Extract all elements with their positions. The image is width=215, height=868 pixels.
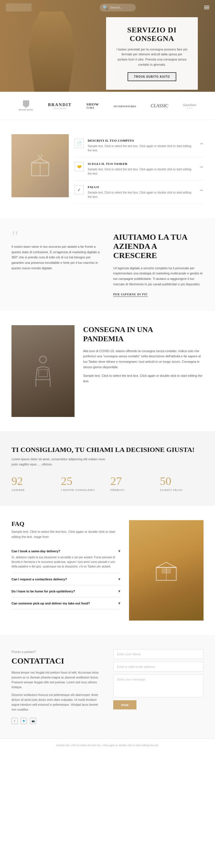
brands-section: RESORT HOTEL BRANDIT FOOLOSOPHY SHOWTIME… bbox=[0, 92, 215, 120]
search-icon: 🔍 bbox=[103, 5, 109, 10]
stats-grid: 92 AZIENDE 25 I NOSTRI CONSULENTI 27 PRE… bbox=[11, 475, 204, 492]
stat-aziende-label: AZIENDE bbox=[11, 489, 55, 492]
contact-right: Invia bbox=[113, 649, 204, 724]
step-2-title: SCEGLI IL TUO TASKER bbox=[88, 162, 195, 165]
hero-title: SERVIZIO DI CONSEGNA bbox=[116, 26, 188, 43]
twitter-icon[interactable]: 🐦 bbox=[21, 718, 27, 724]
faq-answer-1: Sì, abbiamo capito la tua situazione si … bbox=[11, 555, 120, 569]
stats-title: TI CONSIGLIAMO, TU CHIAMI LA DECISIONE G… bbox=[11, 445, 204, 454]
brand-brandit: BRANDIT FOOLOSOPHY bbox=[48, 102, 72, 110]
faq-intro: Sample text. Click to select the text bo… bbox=[11, 529, 120, 539]
contact-para2: Dictumst vestibulum rhoncus est pellente… bbox=[11, 692, 102, 712]
stats-section: TI CONSIGLIAMO, TU CHIAMI LA DECISIONE G… bbox=[0, 431, 215, 506]
faq-question-4-text: Can someone pick-up and deliver my take-… bbox=[11, 601, 90, 605]
contact-left: Pronto a parlare? CONTATTACI Massa tempo… bbox=[11, 649, 102, 724]
menu-button[interactable] bbox=[204, 6, 209, 9]
brand-sunshine: Sunshine ✦ ✦ ✦ bbox=[183, 102, 196, 110]
contact-pre-label: Pronto a parlare? bbox=[11, 649, 102, 655]
faq-chevron-1: ∨ bbox=[118, 549, 120, 553]
svg-rect-13 bbox=[162, 569, 171, 573]
svg-marker-1 bbox=[32, 159, 49, 163]
step-3-icon: ✓ bbox=[74, 185, 84, 194]
box-delivery-icon bbox=[152, 559, 181, 582]
how-step-2: 🤝 SCEGLI IL TUO TASKER Sample text. Clic… bbox=[74, 157, 204, 181]
step-1-desc: Sample text. Click to select the text bo… bbox=[88, 144, 195, 153]
step-1-title: DESCRIVI IL TUO COMPITO bbox=[88, 139, 195, 142]
search-input[interactable] bbox=[110, 6, 133, 9]
faq-question-4[interactable]: Can someone pick-up and deliver my take-… bbox=[11, 601, 120, 605]
step-2-content: SCEGLI IL TUO TASKER Sample text. Click … bbox=[88, 162, 195, 176]
contact-submit-button[interactable]: Invia bbox=[113, 700, 136, 709]
stat-aziende-number: 92 bbox=[11, 475, 55, 487]
pandemic-image bbox=[11, 325, 74, 417]
box-icon bbox=[29, 154, 52, 177]
brand-classic: CLASSIC bbox=[151, 103, 168, 108]
faq-question-2[interactable]: Can I request a contactless delivery? ∨ bbox=[11, 577, 120, 581]
pandemic-section: CONSEGNA IN UNA PANDEMIA Alla luce di CO… bbox=[0, 311, 215, 431]
brand-outadventures: OUTADVENTURES bbox=[114, 103, 136, 108]
stats-header: TI CONSIGLIAMO, TU CHIAMI LA DECISIONE G… bbox=[11, 445, 204, 467]
faq-chevron-4: ∨ bbox=[118, 601, 120, 605]
stat-clienti-number: 50 bbox=[160, 475, 204, 487]
brand-sunshine-label: Sunshine bbox=[183, 103, 196, 107]
delivery-person-icon bbox=[32, 354, 55, 388]
grow-left: " Il nostro team viene in tuo soccorso p… bbox=[11, 232, 102, 271]
contact-para1: Massa tempor nec feugiat nisl pretium fu… bbox=[11, 670, 102, 690]
faq-chevron-2: ∨ bbox=[118, 577, 120, 581]
stats-description: Lorem ipsum dolor sit amet, consectetur … bbox=[11, 457, 112, 467]
stat-consulenti-label: I NOSTRI CONSULENTI bbox=[61, 489, 105, 492]
svg-rect-7 bbox=[39, 370, 47, 377]
hero-description: I tasker prenotati per la consegna posso… bbox=[116, 47, 188, 67]
instagram-icon[interactable]: 📷 bbox=[30, 718, 36, 724]
brand-showtime: SHOWTIME bbox=[86, 102, 99, 109]
step-3-desc: Sample text. Click to select the text bo… bbox=[88, 190, 195, 199]
step-2-arrow: → bbox=[199, 164, 204, 169]
stat-clienti-label: CLIENTI FELICI bbox=[160, 489, 204, 492]
stat-consulenti-number: 25 bbox=[61, 475, 105, 487]
brand-sunshine-sub: ✦ ✦ ✦ bbox=[183, 107, 196, 110]
how-section: 📄 DESCRIVI IL TUO COMPITO Sample text. C… bbox=[0, 120, 215, 218]
stat-premiati-number: 27 bbox=[111, 475, 154, 487]
hero-search-box[interactable]: 🔍 bbox=[100, 4, 136, 11]
hero-cta-button[interactable]: TROVA SUBITO AIUTO bbox=[128, 72, 176, 81]
svg-point-4 bbox=[38, 154, 42, 157]
faq-question-1[interactable]: Can I book a same-day delivery? ∨ bbox=[11, 549, 120, 553]
faq-question-3[interactable]: Do I have to be home for pick-up/deliver… bbox=[11, 589, 120, 593]
stat-consulenti: 25 I NOSTRI CONSULENTI bbox=[61, 475, 105, 492]
faq-left: FAQ Sample text. Click to select the tex… bbox=[11, 520, 120, 609]
pandemic-title: CONSEGNA IN UNA PANDEMIA bbox=[83, 325, 204, 343]
stat-aziende: 92 AZIENDE bbox=[11, 475, 55, 492]
step-1-content: DESCRIVI IL TUO COMPITO Sample text. Cli… bbox=[88, 139, 195, 153]
facebook-icon[interactable]: f bbox=[11, 718, 18, 724]
contact-message-input[interactable] bbox=[113, 675, 204, 698]
contact-socials: f 🐦 📷 bbox=[11, 718, 102, 724]
contact-email-input[interactable] bbox=[113, 662, 204, 672]
step-1-icon: 📄 bbox=[74, 139, 84, 148]
hero-section: 🔍 SERVIZIO DI CONSEGNA I tasker prenotat… bbox=[0, 0, 215, 92]
how-steps: 📄 DESCRIVI IL TUO COMPITO Sample text. C… bbox=[74, 134, 204, 204]
how-image-placeholder bbox=[11, 134, 69, 197]
brand-showtime-label: SHOWTIME bbox=[86, 102, 99, 109]
grow-right: AIUTIAMO LA TUA AZIENDA A CRESCERE Un'ag… bbox=[113, 232, 204, 297]
faq-image bbox=[129, 520, 204, 621]
pandemic-content: CONSEGNA IN UNA PANDEMIA Alla luce di CO… bbox=[83, 325, 204, 388]
how-step-3: ✓ FALLO Sample text. Click to select the… bbox=[74, 181, 204, 204]
contact-name-input[interactable] bbox=[113, 649, 204, 659]
faq-title: FAQ bbox=[11, 520, 120, 528]
how-image bbox=[11, 134, 69, 197]
contact-form: Invia bbox=[113, 649, 204, 709]
faq-item-1: Can I book a same-day delivery? ∨ Sì, ab… bbox=[11, 545, 120, 573]
resort-shield-icon bbox=[23, 100, 29, 108]
grow-left-text: Il nostro team viene in tuo soccorso per… bbox=[11, 244, 102, 271]
stat-clienti: 50 CLIENTI FELICI bbox=[160, 475, 204, 492]
hero-logo-area bbox=[6, 3, 32, 11]
faq-item-3: Do I have to be home for pick-up/deliver… bbox=[11, 585, 120, 597]
faq-chevron-3: ∨ bbox=[118, 589, 120, 593]
faq-item-4: Can someone pick-up and deliver my take-… bbox=[11, 597, 120, 609]
stat-premiati: 27 PREMIATI bbox=[111, 475, 154, 492]
learn-more-link[interactable]: PER SAPERNE DI PIÙ bbox=[113, 293, 148, 297]
brand-outadventures-label: OUTADVENTURES bbox=[114, 105, 136, 108]
step-3-arrow: → bbox=[199, 188, 204, 193]
hero-content-box: SERVIZIO DI CONSEGNA I tasker prenotati … bbox=[106, 17, 198, 90]
pandemic-para2: Sample text. Click to select the text bo… bbox=[83, 373, 204, 384]
